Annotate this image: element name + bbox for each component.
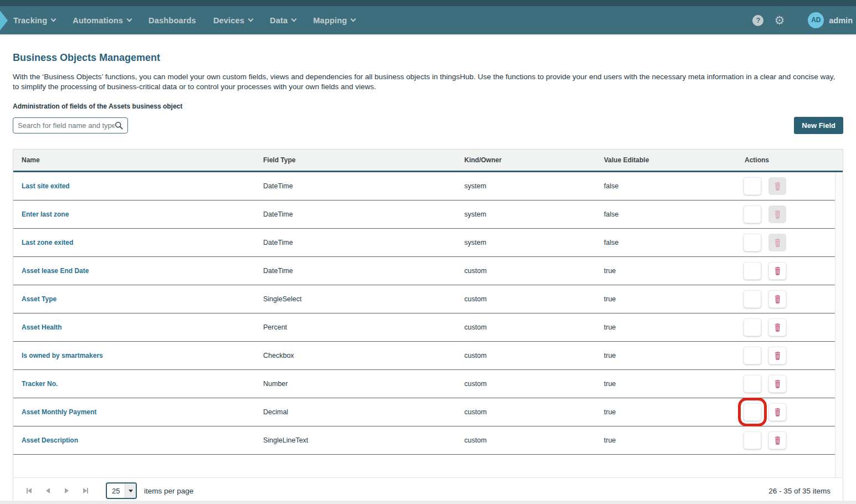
delete-button[interactable] [768,262,786,280]
new-field-button[interactable]: New Field [794,117,843,134]
actions-cell [736,177,835,195]
trash-icon [774,182,781,191]
edit-button[interactable] [744,234,761,251]
trash-icon [774,352,781,360]
trash-icon [774,408,781,416]
field-name-link[interactable]: Asset Description [13,436,255,444]
page-size-select[interactable]: 25 [106,482,137,499]
value-editable-cell: true [596,267,736,275]
field-name-link[interactable]: Last site exited [13,182,255,190]
delete-button[interactable] [768,347,786,364]
table-row: Last site exited DateTime system false [13,172,835,200]
search-input[interactable] [18,121,115,130]
search-icon[interactable] [115,121,123,130]
nav-item-dashboards[interactable]: Dashboards [148,16,196,25]
edit-button[interactable] [744,177,761,195]
gear-icon[interactable]: ⚙ [774,14,785,26]
actions-cell [736,234,835,251]
value-editable-cell: false [596,182,736,190]
previous-page-button[interactable] [44,488,52,493]
first-page-button[interactable] [25,488,33,493]
table-row: Enter last zone DateTime system false [13,200,835,229]
delete-button [768,177,786,195]
column-header-actions: Actions [736,156,843,164]
actions-cell [736,290,835,308]
navbar-right: ? ⚙ AD admin [752,12,856,28]
trash-icon [774,267,781,275]
section-subheading: Administration of fields of the Assets b… [13,102,843,110]
field-type-cell: SingleLineText [255,436,456,444]
field-type-cell: Percent [255,323,456,331]
nav-item-devices[interactable]: Devices [213,16,253,25]
edit-button[interactable] [744,262,761,280]
delete-button[interactable] [768,318,786,336]
actions-cell [736,262,835,280]
value-editable-cell: true [596,323,736,331]
next-page-button[interactable] [63,488,70,493]
delete-button[interactable] [768,403,786,421]
sidebar-expand-arrow-icon[interactable] [0,11,8,30]
edit-button[interactable] [744,318,761,336]
nav-item-tracking[interactable]: Tracking [13,16,55,25]
field-name-link[interactable]: Tracker No. [13,380,255,388]
kind-owner-cell: system [456,182,596,190]
delete-button [768,205,786,223]
last-page-button[interactable] [82,488,89,493]
delete-button[interactable] [768,290,786,308]
edit-button[interactable] [744,290,761,308]
field-name-link[interactable]: Asset Type [13,295,255,303]
user-avatar[interactable]: AD [808,12,824,28]
trash-icon [774,436,781,445]
items-range-label: 26 - 35 of 35 items [768,487,831,495]
trash-icon [774,380,781,388]
kind-owner-cell: custom [456,380,596,388]
pagination-bar: 25 items per page 26 - 35 of 35 items [13,477,843,503]
field-type-cell: DateTime [255,210,456,218]
help-icon[interactable]: ? [752,15,763,26]
chevron-down-icon [51,17,57,22]
edit-button-highlighted[interactable] [744,403,761,421]
nav-item-data[interactable]: Data [270,16,296,25]
chevron-down-icon [351,17,356,22]
kind-owner-cell: custom [456,295,596,303]
table-scrollbar-track[interactable] [835,172,843,477]
edit-button[interactable] [744,431,761,449]
value-editable-cell: true [596,408,736,416]
field-type-cell: DateTime [255,182,456,190]
actions-cell [736,347,835,364]
value-editable-cell: true [596,380,736,388]
field-type-cell: DateTime [255,239,456,246]
actions-cell [736,318,835,336]
toolbar: New Field [13,117,843,134]
field-name-link[interactable]: Enter last zone [13,210,255,218]
column-header-field-type: Field Type [255,156,456,164]
actions-cell [736,205,835,223]
nav-item-automations[interactable]: Automations [73,16,131,25]
actions-cell [736,403,835,421]
edit-button[interactable] [744,375,761,393]
field-name-link[interactable]: Is owned by smartmakers [13,352,255,359]
nav-item-mapping[interactable]: Mapping [313,16,355,25]
username-label[interactable]: admin [829,16,853,25]
fields-table: Name Field Type Kind/Owner Value Editabl… [13,149,843,504]
table-body: Last site exited DateTime system false E… [13,172,843,477]
column-header-name: Name [13,156,255,164]
select-caret-icon [125,484,136,498]
table-row: Asset lease End Date DateTime custom tru… [13,257,835,285]
delete-button[interactable] [768,431,786,449]
chevron-down-icon [127,17,132,22]
field-name-link[interactable]: Last zone exited [13,239,255,246]
field-type-cell: DateTime [255,267,456,275]
table-row: Asset Monthly Payment Decimal custom tru… [13,398,835,426]
page-title: Business Objects Management [13,52,843,64]
edit-button[interactable] [744,347,761,364]
actions-cell [736,375,835,393]
field-name-link[interactable]: Asset Monthly Payment [13,408,255,416]
search-box [13,117,128,133]
delete-button[interactable] [768,375,786,393]
value-editable-cell: true [596,436,736,444]
value-editable-cell: false [596,239,736,246]
field-name-link[interactable]: Asset lease End Date [13,267,255,275]
field-name-link[interactable]: Asset Health [13,323,255,331]
edit-button[interactable] [744,205,761,223]
